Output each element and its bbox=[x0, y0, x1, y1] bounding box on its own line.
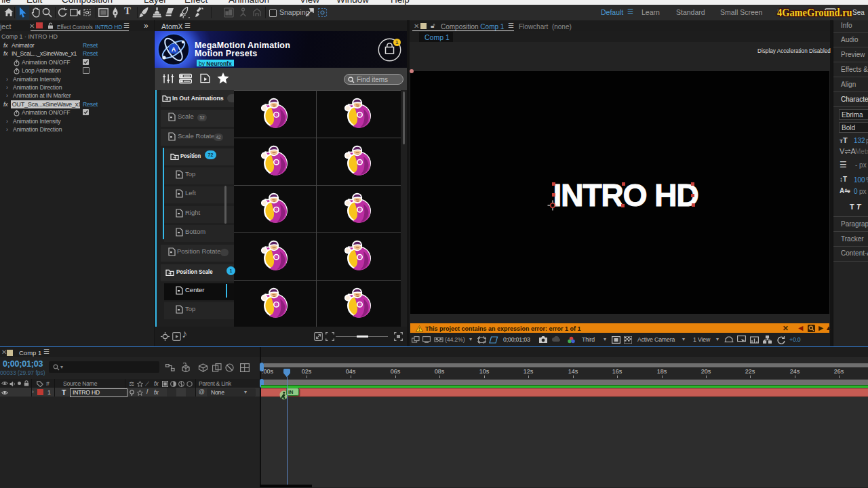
svg-text:A: A bbox=[172, 46, 176, 53]
svg-text:!: ! bbox=[418, 327, 420, 331]
